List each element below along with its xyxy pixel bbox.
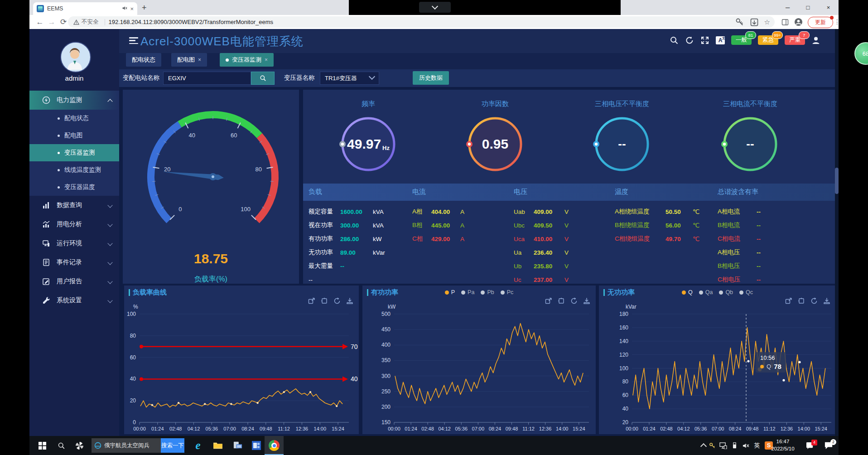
tray-language-indicator[interactable]: 英 <box>752 436 762 455</box>
search-icon[interactable] <box>670 36 679 45</box>
ie-taskbar-icon[interactable]: e <box>189 436 207 455</box>
language-switch-icon[interactable]: A文 <box>716 36 725 44</box>
sidebar-item-power-analysis[interactable]: 用电分析 <box>29 215 119 234</box>
sidebar-item-user-report[interactable]: 用户报告 <box>29 272 119 291</box>
sidebar-subitem[interactable]: 配电图 <box>29 127 119 144</box>
svg-text:05:36: 05:36 <box>206 426 218 431</box>
chrome-taskbar-icon[interactable] <box>265 436 284 455</box>
svg-text:07:00: 07:00 <box>223 426 236 431</box>
bullet-icon <box>58 186 60 189</box>
taskbar-search-box[interactable]: 俄宇航员太空阅兵 搜索一下 <box>92 438 184 453</box>
tab-close-icon[interactable]: × <box>130 5 134 12</box>
user-icon[interactable] <box>811 36 820 45</box>
forward-button[interactable]: → <box>46 18 58 27</box>
alarm-badge-urgent[interactable]: 紧急99+ <box>758 35 778 45</box>
svg-text:00:00: 00:00 <box>626 426 638 431</box>
svg-text:01:24: 01:24 <box>643 426 656 431</box>
sidebar-item-event-log[interactable]: 事件记录 <box>29 253 119 272</box>
sidebar-subitem[interactable]: 线缆温度监测 <box>29 161 119 179</box>
sidebar-subitem[interactable]: 配电状态 <box>29 110 119 127</box>
chart-plot[interactable]: 10080604020000:0001:2402:4804:1205:3607:… <box>124 286 359 434</box>
sidebar-item-system-settings[interactable]: 系统设置 <box>29 291 119 310</box>
window-close-button[interactable]: × <box>818 0 839 15</box>
column-header: 电压 <box>514 188 527 196</box>
window-minimize-button[interactable]: ─ <box>777 0 798 15</box>
recorder-pulldown-button[interactable] <box>419 2 451 13</box>
table-row: 有功功率286.00kW <box>309 232 385 246</box>
station-search-button[interactable] <box>251 72 275 85</box>
address-bar[interactable]: 不安全 192.168.204.112:8090/3000WEBV2/Trans… <box>68 16 775 28</box>
tray-network-icon[interactable] <box>717 436 729 455</box>
tray-notification-icon[interactable]: 4 <box>802 436 818 455</box>
close-icon[interactable]: × <box>198 57 201 63</box>
alarm-badge-severe[interactable]: 严重7 <box>785 35 805 45</box>
badge-count: 81 <box>745 31 756 39</box>
refresh-icon[interactable] <box>685 36 694 45</box>
close-icon[interactable]: × <box>265 57 268 63</box>
tab-muted-icon[interactable] <box>122 5 127 13</box>
security-chip[interactable]: 不安全 <box>73 18 109 26</box>
tray-clock[interactable]: 16:47 2022/5/10 <box>767 438 799 452</box>
svg-text:11:12: 11:12 <box>763 426 776 431</box>
tray-key-icon[interactable] <box>707 436 717 455</box>
back-button[interactable]: ← <box>34 18 46 27</box>
transformer-select[interactable]: TR1#变压器 <box>320 72 379 85</box>
blue-tile-app-icon[interactable] <box>249 436 264 455</box>
chart-plot[interactable]: 50045040035030025020015000:0001:2402:480… <box>362 286 596 434</box>
tray-expand-icon[interactable] <box>700 436 707 455</box>
window-maximize-button[interactable]: □ <box>798 0 818 15</box>
file-explorer-icon[interactable] <box>209 436 227 455</box>
nav-menu: 电力监测配电状态配电图变压器监测线缆温度监测变压器温度数据查询用电分析运行环境事… <box>29 91 119 310</box>
fax-app-icon[interactable] <box>229 436 247 455</box>
action-center-icon[interactable]: 2 <box>820 436 838 455</box>
scrollbar-thumb[interactable] <box>835 168 839 194</box>
history-data-button[interactable]: 历史数据 <box>413 71 449 85</box>
install-icon[interactable] <box>750 18 759 27</box>
sidebar-item-environment[interactable]: 运行环境 <box>29 234 119 253</box>
sidebar-subitem[interactable]: 变压器温度 <box>29 179 119 196</box>
taskbar-search-icon[interactable] <box>53 436 69 455</box>
desktop: { "browser": { "tab_title": "EEMS", "url… <box>0 0 868 455</box>
svg-text:04:12: 04:12 <box>438 426 451 431</box>
password-key-icon[interactable] <box>735 18 744 27</box>
browser-tab[interactable]: EEMS × <box>33 2 137 15</box>
ring-gauge: -- <box>590 112 654 176</box>
table-row: 无功功率89.00kVar <box>309 246 385 259</box>
fullscreen-icon[interactable] <box>700 36 709 45</box>
search-go-button[interactable]: 搜索一下 <box>161 438 184 453</box>
svg-text:08:24: 08:24 <box>489 426 502 431</box>
recorder-floating-bubble[interactable]: 68 <box>854 42 868 65</box>
tab-chip-transformer-monitor[interactable]: 变压器监测× <box>220 53 274 67</box>
menu-toggle-icon[interactable] <box>129 37 138 44</box>
pinwheel-app-icon[interactable] <box>71 436 87 455</box>
tray-usb-icon[interactable] <box>729 436 740 455</box>
table-row: 最大需量-- <box>309 259 385 273</box>
table-row: Ua236.40V <box>514 246 569 259</box>
table-column-current: A相404.00AB相445.00AC相429.00A <box>412 205 464 246</box>
chart-plot[interactable]: 1801601401201008060402000:0001:2402:4804… <box>599 286 836 434</box>
screen-capture-area: EEMS × + ─ □ × ← → ⟳ 不安全 192.168.204.112… <box>29 0 839 455</box>
user-avatar[interactable] <box>60 42 91 73</box>
reactive-power-chart-panel: 无功功率QQaQbQckVar1801601401201008060402000… <box>599 286 836 434</box>
ring-value: 0.95 <box>482 136 508 151</box>
start-button[interactable] <box>33 436 51 455</box>
browser-menu-icon[interactable]: ⋮ <box>834 18 839 25</box>
browser-tab-bar: EEMS × + ─ □ × <box>29 0 839 15</box>
sidebar-subitem[interactable]: 变压器监测 <box>29 144 119 161</box>
tab-chip-distribution-status[interactable]: 配电状态 <box>126 53 161 67</box>
alarm-badge-general[interactable]: 一般81 <box>731 35 752 45</box>
tray-volume-muted-icon[interactable] <box>740 436 752 455</box>
update-button[interactable]: 更新 <box>808 17 833 28</box>
tab-chip-distribution-diagram[interactable]: 配电图× <box>171 53 207 67</box>
side-panel-icon[interactable] <box>781 19 789 26</box>
bookmark-star-icon[interactable]: ☆ <box>764 18 770 26</box>
profile-avatar-icon[interactable] <box>794 18 803 26</box>
sidebar-item-power-monitor[interactable]: 电力监测 <box>29 91 119 110</box>
sidebar-item-data-query[interactable]: 数据查询 <box>29 196 119 215</box>
sidebar-item-label: 用户报告 <box>57 277 82 286</box>
svg-text:11:12: 11:12 <box>278 426 290 431</box>
chevron-icon <box>107 260 112 265</box>
station-input[interactable]: EGXIV <box>163 72 251 85</box>
new-tab-button[interactable]: + <box>142 3 147 13</box>
page-scrollbar[interactable] <box>835 29 839 436</box>
